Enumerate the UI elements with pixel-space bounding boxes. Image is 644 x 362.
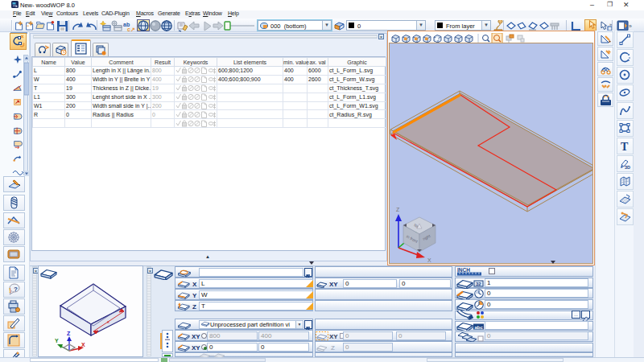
svg-text:X: X — [427, 257, 431, 263]
svg-text:INCH: INCH — [457, 267, 470, 273]
svg-text:»: » — [629, 23, 632, 29]
svg-text:X: X — [81, 342, 85, 348]
svg-text:3D: 3D — [625, 165, 630, 170]
svg-text:Y: Y — [55, 338, 59, 343]
svg-text:c↗: c↗ — [127, 27, 135, 32]
svg-text:32: 32 — [476, 282, 481, 286]
svg-text:T: T — [621, 141, 629, 152]
svg-text:x: x — [107, 319, 109, 324]
svg-text:abc: abc — [475, 325, 484, 330]
svg-text:Z: Z — [396, 207, 400, 212]
svg-text:Z: Z — [67, 331, 71, 336]
